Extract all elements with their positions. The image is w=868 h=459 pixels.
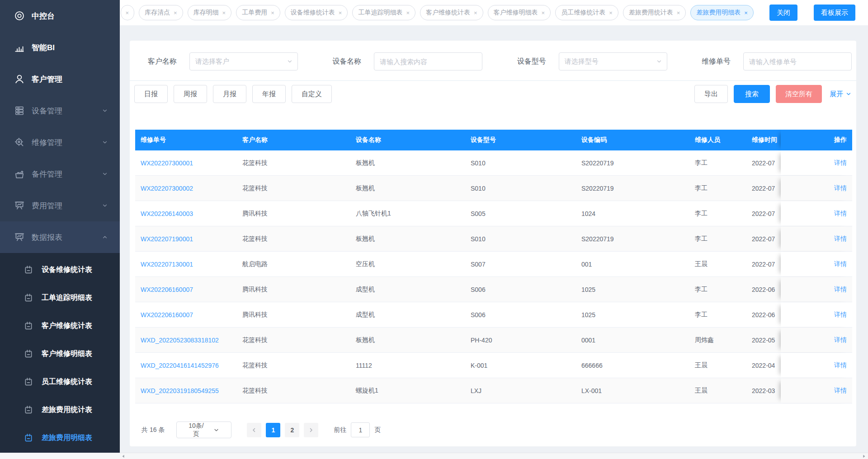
detail-link[interactable]: 详情 — [834, 159, 847, 167]
sidebar-item-bi[interactable]: 智能BI — [0, 32, 120, 63]
chevron-down-icon — [102, 108, 108, 114]
tab-5[interactable]: 工单追踪明细表× — [352, 5, 415, 20]
model-select[interactable]: 请选择型号 — [559, 52, 667, 70]
repair-order-link[interactable]: WXD_20220319180549255 — [141, 387, 219, 394]
sidebar-item-expense[interactable]: 费用管理 — [0, 190, 120, 221]
sidebar-subitem-label: 员工维修统计表 — [42, 377, 92, 387]
period-button-0[interactable]: 日报 — [134, 85, 168, 103]
sidebar-subitem-label: 客户维修明细表 — [42, 349, 92, 359]
table-cell-device: 螺旋机1 — [350, 378, 465, 403]
sidebar-item-console[interactable]: 中控台 — [0, 0, 120, 32]
repair-order-input[interactable] — [743, 52, 852, 70]
customer-select[interactable]: 请选择客户 — [189, 52, 298, 70]
tab-close-icon[interactable]: × — [677, 10, 680, 16]
repair-order-link[interactable]: WX202207190001 — [141, 235, 193, 243]
period-button-4[interactable]: 自定义 — [292, 85, 332, 103]
tab-close-icon[interactable]: × — [406, 10, 410, 16]
repair-order-link[interactable]: WX202207130001 — [141, 261, 193, 268]
repair-order-link[interactable]: WX202206140003 — [141, 210, 193, 217]
page-button-2[interactable]: 2 — [285, 423, 299, 437]
detail-link[interactable]: 详情 — [834, 361, 847, 370]
search-button[interactable]: 搜索 — [734, 85, 770, 103]
repair-order-label: 维修单号 — [702, 57, 731, 66]
period-button-1[interactable]: 周报 — [174, 85, 207, 103]
repair-order-link[interactable]: WX202206160007 — [141, 311, 193, 318]
sidebar-item-equipment[interactable]: 设备管理 — [0, 95, 120, 126]
tab-close-icon[interactable]: × — [271, 10, 274, 16]
tab-close-icon[interactable]: × — [125, 10, 129, 16]
board-display-button[interactable]: 看板展示 — [814, 5, 855, 21]
notebook-icon — [24, 321, 33, 331]
repair-order-link[interactable]: WX202207300001 — [141, 159, 193, 167]
table-cell-code: 666666 — [576, 353, 689, 378]
repair-order-link[interactable]: WX202207300002 — [141, 185, 193, 192]
tab-close-icon[interactable]: × — [339, 10, 342, 16]
sidebar-subitem-customer-repair-stats[interactable]: 客户维修统计表 — [0, 312, 120, 340]
caret-right-icon[interactable] — [861, 454, 867, 459]
period-button-3[interactable]: 年报 — [252, 85, 286, 103]
tab-7[interactable]: 客户维修明细表× — [488, 5, 551, 20]
clear-all-button[interactable]: 清空所有 — [776, 85, 822, 103]
caret-left-icon[interactable] — [120, 454, 127, 459]
sidebar-item-repair[interactable]: 维修管理 — [0, 126, 120, 158]
tab-close-icon[interactable]: × — [222, 10, 226, 16]
expand-link[interactable]: 展开 — [830, 90, 852, 98]
close-button[interactable]: 关闭 — [769, 5, 797, 21]
prev-page-button[interactable] — [247, 423, 261, 437]
tab-label: 库存清点 — [145, 9, 170, 17]
sidebar-subitem-device-repair-stats[interactable]: 设备维修统计表 — [0, 256, 120, 284]
sidebar-subitem-customer-repair-detail[interactable]: 客户维修明细表 — [0, 340, 120, 368]
horizontal-scrollbar[interactable] — [0, 453, 868, 459]
table-row: WX202207300001花篮科技板翘机S010S20220719李工2022… — [135, 150, 852, 176]
tab-close-icon[interactable]: × — [609, 10, 613, 16]
sidebar-item-customer[interactable]: 客户管理 — [0, 63, 120, 95]
tab-6[interactable]: 客户维修统计表× — [420, 5, 483, 20]
notebook-icon — [24, 349, 33, 359]
notebook-icon — [24, 433, 33, 443]
page-size-select[interactable]: 10条/页 — [176, 422, 231, 438]
chevron-down-icon — [845, 91, 852, 97]
sidebar-subitem-staff-repair-stats[interactable]: 员工维修统计表 — [0, 368, 120, 396]
goto-page-input[interactable] — [351, 422, 370, 437]
tab-close-icon[interactable]: × — [174, 10, 177, 16]
sidebar-item-spare[interactable]: 备件管理 — [0, 158, 120, 190]
tab-1[interactable]: 库存清点× — [139, 5, 183, 20]
export-button[interactable]: 导出 — [694, 85, 728, 103]
repair-order-link[interactable]: WXD_20220523083318102 — [141, 337, 219, 344]
repair-order-link[interactable]: WX202206160007 — [141, 286, 193, 293]
detail-link[interactable]: 详情 — [834, 286, 847, 294]
table-cell-staff: 李工 — [689, 226, 746, 251]
detail-link[interactable]: 详情 — [834, 210, 847, 218]
report-period-buttons: 日报周报月报年报自定义 — [134, 85, 332, 103]
page-button-1[interactable]: 1 — [266, 423, 280, 437]
detail-link[interactable]: 详情 — [834, 184, 847, 192]
tab-0[interactable]: × — [121, 5, 134, 20]
equipment-icon — [14, 105, 25, 117]
chevron-down-icon — [656, 58, 662, 65]
tab-3[interactable]: 工单费用× — [236, 5, 280, 20]
tab-2[interactable]: 库存明细× — [188, 5, 232, 20]
detail-link[interactable]: 详情 — [834, 235, 847, 243]
sidebar-subitem-travel-expense-stats[interactable]: 差旅费用统计表 — [0, 396, 120, 424]
table-cell-code: S20220719 — [576, 226, 689, 251]
sidebar-subitem-workorder-trace-detail[interactable]: 工单追踪明细表 — [0, 284, 120, 312]
tab-4[interactable]: 设备维修统计表× — [285, 5, 348, 20]
tab-10[interactable]: 差旅费用明细表× — [690, 5, 754, 20]
tab-close-icon[interactable]: × — [744, 10, 748, 16]
repair-order-link[interactable]: WXD_20220416141452976 — [141, 362, 219, 369]
tab-list: ×库存清点×库存明细×工单费用×设备维修统计表×工单追踪明细表×客户维修统计表×… — [121, 5, 758, 20]
device-name-input[interactable] — [374, 52, 482, 70]
detail-link[interactable]: 详情 — [834, 311, 847, 319]
tab-9[interactable]: 差旅费用统计表× — [623, 5, 686, 20]
sidebar-subitem-travel-expense-detail[interactable]: 差旅费用明细表 — [0, 424, 120, 452]
detail-link[interactable]: 详情 — [834, 336, 847, 344]
tab-close-icon[interactable]: × — [542, 10, 545, 16]
table-cell-operation: 详情 — [781, 150, 852, 175]
detail-link[interactable]: 详情 — [834, 387, 847, 395]
tab-8[interactable]: 员工维修统计表× — [555, 5, 618, 20]
tab-close-icon[interactable]: × — [474, 10, 477, 16]
period-button-2[interactable]: 月报 — [213, 85, 246, 103]
sidebar-item-report[interactable]: 数据报表 — [0, 221, 120, 253]
next-page-button[interactable] — [304, 423, 318, 437]
detail-link[interactable]: 详情 — [834, 260, 847, 268]
